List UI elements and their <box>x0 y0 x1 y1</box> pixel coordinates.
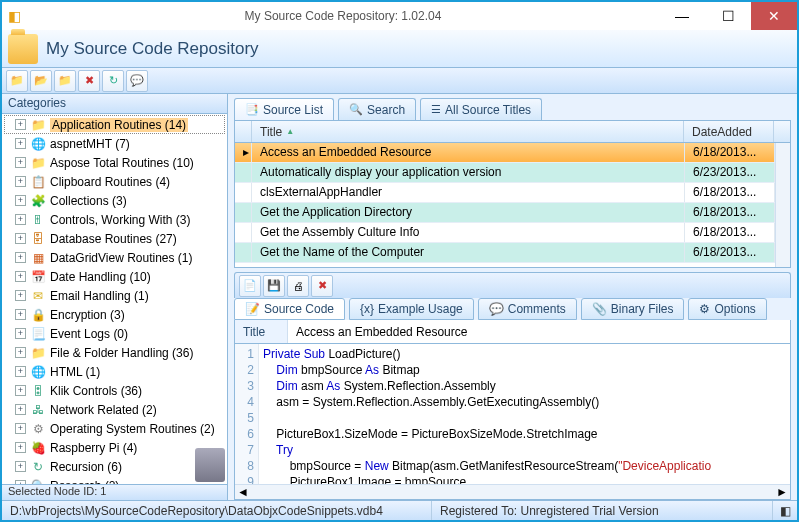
expand-icon[interactable]: + <box>15 271 26 282</box>
tab-icon: 🔍 <box>349 103 363 116</box>
code-hscroll[interactable]: ◄► <box>235 484 790 499</box>
category-icon: 🌐 <box>30 364 46 380</box>
expand-icon[interactable]: + <box>15 328 26 339</box>
expand-icon[interactable]: + <box>15 157 26 168</box>
close-button[interactable]: ✕ <box>751 2 797 30</box>
expand-icon[interactable]: + <box>15 366 26 377</box>
category-item[interactable]: +🗄Database Routines (27) <box>4 229 225 248</box>
detail-title-row: Title Access an Embedded Resource <box>234 320 791 344</box>
tb-delete[interactable]: ✖ <box>78 70 100 92</box>
expand-icon[interactable]: + <box>15 461 26 472</box>
expand-icon[interactable]: + <box>15 290 26 301</box>
grid-header: Title▲ DateAdded <box>235 121 790 143</box>
category-item[interactable]: +📁Aspose Total Routines (10) <box>4 153 225 172</box>
category-item[interactable]: +🧩Collections (3) <box>4 191 225 210</box>
detail-toolbar: 📄 💾 🖨 ✖ <box>234 272 791 298</box>
category-item[interactable]: +📁File & Folder Handling (36) <box>4 343 225 362</box>
expand-icon[interactable]: + <box>15 347 26 358</box>
tab-all-source-titles[interactable]: ☰All Source Titles <box>420 98 542 120</box>
expand-icon[interactable]: + <box>15 480 26 484</box>
category-label: Encryption (3) <box>50 308 125 322</box>
tb-new[interactable]: 📄 <box>239 275 261 297</box>
tb-open-folder[interactable]: 📂 <box>30 70 52 92</box>
category-item[interactable]: +🎛Klik Controls (36) <box>4 381 225 400</box>
table-row[interactable]: Automatically display your application v… <box>235 163 775 183</box>
code-content[interactable]: Private Sub LoadPicture() Dim bmpSource … <box>259 344 790 484</box>
expand-icon[interactable]: + <box>15 442 26 453</box>
window-title: My Source Code Repository: 1.02.04 <box>27 9 659 23</box>
category-item[interactable]: +🔒Encryption (3) <box>4 305 225 324</box>
grid-scrollbar[interactable] <box>775 143 790 267</box>
expand-icon[interactable]: + <box>15 385 26 396</box>
category-label: Raspberry Pi (4) <box>50 441 137 455</box>
category-item[interactable]: +📁Application Routines (14) <box>4 115 225 134</box>
category-item[interactable]: +↻Recursion (6) <box>4 457 225 476</box>
expand-icon[interactable]: + <box>15 119 26 130</box>
category-item[interactable]: +🔍Research (2) <box>4 476 225 484</box>
category-icon: 🖧 <box>30 402 46 418</box>
tb-refresh[interactable]: ↻ <box>102 70 124 92</box>
code-editor[interactable]: 12345678910 Private Sub LoadPicture() Di… <box>234 344 791 500</box>
category-item[interactable]: +🖧Network Related (2) <box>4 400 225 419</box>
grid-select-col[interactable] <box>235 121 252 142</box>
category-item[interactable]: +📃Event Logs (0) <box>4 324 225 343</box>
detail-title-value[interactable]: Access an Embedded Resource <box>287 320 790 343</box>
right-panel: 📑Source List🔍Search☰All Source Titles Ti… <box>228 94 797 500</box>
expand-icon[interactable]: + <box>15 404 26 415</box>
tab-icon: 📑 <box>245 103 259 116</box>
table-row[interactable]: Get the Name of the Computer6/18/2013... <box>235 243 775 263</box>
subtab-options[interactable]: ⚙Options <box>688 298 766 320</box>
subtab-label: Source Code <box>264 302 334 316</box>
tb-note[interactable]: 💬 <box>126 70 148 92</box>
expand-icon[interactable]: + <box>15 233 26 244</box>
categories-panel: Categories +📁Application Routines (14)+🌐… <box>2 94 228 500</box>
category-item[interactable]: +🌐HTML (1) <box>4 362 225 381</box>
tab-source-list[interactable]: 📑Source List <box>234 98 334 120</box>
status-path: D:\vbProjects\MySourceCodeRepository\Dat… <box>2 501 432 520</box>
category-icon: 📁 <box>30 117 46 133</box>
category-item[interactable]: +✉Email Handling (1) <box>4 286 225 305</box>
tb-delete-item[interactable]: ✖ <box>311 275 333 297</box>
category-label: Operating System Routines (2) <box>50 422 215 436</box>
table-row[interactable]: Get the Application Directory6/18/2013..… <box>235 203 775 223</box>
category-item[interactable]: +▦DataGridView Routines (1) <box>4 248 225 267</box>
table-row[interactable]: clsExternalAppHandler6/18/2013... <box>235 183 775 203</box>
status-icon[interactable]: ◧ <box>773 501 797 520</box>
tab-icon: ☰ <box>431 103 441 116</box>
maximize-button[interactable]: ☐ <box>705 2 751 30</box>
category-icon: ⚙ <box>30 421 46 437</box>
expand-icon[interactable]: + <box>15 252 26 263</box>
category-item[interactable]: +🌐aspnetMHT (7) <box>4 134 225 153</box>
table-row[interactable]: Get the Assembly Culture Info6/18/2013..… <box>235 223 775 243</box>
subtab-comments[interactable]: 💬Comments <box>478 298 577 320</box>
category-item[interactable]: +📅Date Handling (10) <box>4 267 225 286</box>
expand-icon[interactable]: + <box>15 176 26 187</box>
category-item[interactable]: +🎚Controls, Working With (3) <box>4 210 225 229</box>
grid-date-col[interactable]: DateAdded <box>684 121 774 142</box>
status-bar: D:\vbProjects\MySourceCodeRepository\Dat… <box>2 500 797 520</box>
tb-new-folder[interactable]: 📁 <box>6 70 28 92</box>
subtab-example-usage[interactable]: {x}Example Usage <box>349 298 474 320</box>
subtab-source-code[interactable]: 📝Source Code <box>234 298 345 320</box>
expand-icon[interactable]: + <box>15 138 26 149</box>
expand-icon[interactable]: + <box>15 309 26 320</box>
row-date: 6/18/2013... <box>685 223 775 242</box>
tb-print[interactable]: 🖨 <box>287 275 309 297</box>
category-item[interactable]: +⚙Operating System Routines (2) <box>4 419 225 438</box>
tab-search[interactable]: 🔍Search <box>338 98 416 120</box>
subtab-binary-files[interactable]: 📎Binary Files <box>581 298 685 320</box>
category-icon: 🌐 <box>30 136 46 152</box>
category-item[interactable]: +🍓Raspberry Pi (4) <box>4 438 225 457</box>
tb-save[interactable]: 💾 <box>263 275 285 297</box>
expand-icon[interactable]: + <box>15 214 26 225</box>
minimize-button[interactable]: — <box>659 2 705 30</box>
expand-icon[interactable]: + <box>15 195 26 206</box>
grid-title-col[interactable]: Title▲ <box>252 121 684 142</box>
categories-tree[interactable]: +📁Application Routines (14)+🌐aspnetMHT (… <box>2 114 227 484</box>
category-label: DataGridView Routines (1) <box>50 251 193 265</box>
tb-edit-folder[interactable]: 📁 <box>54 70 76 92</box>
category-item[interactable]: +📋Clipboard Routines (4) <box>4 172 225 191</box>
expand-icon[interactable]: + <box>15 423 26 434</box>
table-row[interactable]: ▸Access an Embedded Resource6/18/2013... <box>235 143 775 163</box>
subtab-icon: 💬 <box>489 302 504 316</box>
